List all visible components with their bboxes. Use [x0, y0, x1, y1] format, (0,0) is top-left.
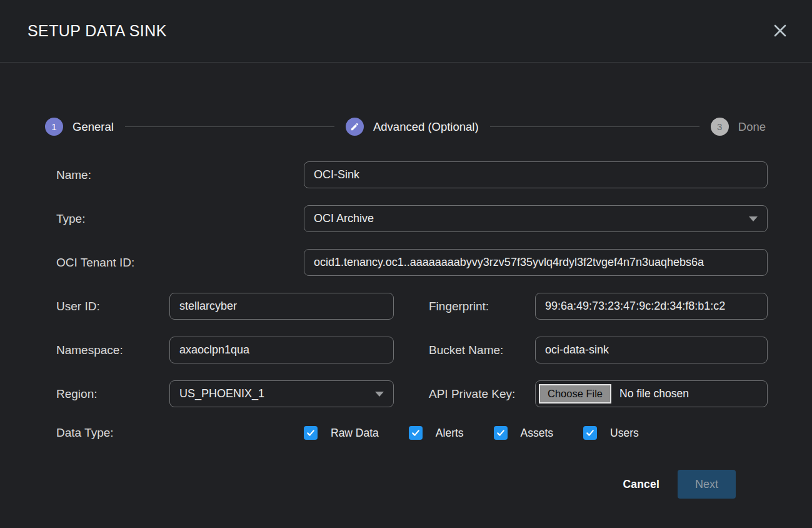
checkbox-checked-icon [583, 426, 597, 440]
checkbox-label: Alerts [436, 427, 464, 440]
namespace-bucket-row: Namespace: Bucket Name: [56, 337, 768, 363]
name-row: Name: [56, 161, 768, 188]
step-general[interactable]: 1 General [45, 118, 114, 136]
stepper-connector [490, 126, 699, 127]
bucket-name-input[interactable] [535, 337, 768, 363]
type-select-value: OCI Archive [314, 212, 374, 225]
step-3-indicator: 3 [711, 118, 729, 136]
type-row: Type: OCI Archive [56, 205, 768, 232]
type-label: Type: [56, 212, 304, 226]
namespace-label: Namespace: [56, 343, 169, 357]
checkbox-label: Raw Data [331, 427, 379, 440]
namespace-input[interactable] [169, 337, 394, 363]
fingerprint-input[interactable] [535, 293, 768, 320]
tenant-id-label: OCI Tenant ID: [56, 256, 304, 270]
pencil-icon [350, 122, 359, 131]
api-private-key-file-input[interactable]: Choose File No file chosen [535, 380, 768, 407]
checkbox-assets[interactable]: Assets [494, 426, 554, 440]
user-id-label: User ID: [56, 300, 169, 313]
step-done[interactable]: 3 Done [711, 118, 766, 136]
api-private-key-label: API Private Key: [429, 387, 535, 401]
data-type-row: Data Type: Raw Data Alerts Assets [56, 424, 768, 442]
user-id-input[interactable] [169, 293, 394, 320]
choose-file-button[interactable]: Choose File [539, 384, 611, 404]
step-1-label: General [73, 120, 114, 134]
region-apikey-row: Region: US_PHOENIX_1 API Private Key: Ch… [56, 380, 768, 407]
region-select-value: US_PHOENIX_1 [179, 387, 264, 400]
fingerprint-label: Fingerprint: [429, 300, 535, 313]
checkbox-alerts[interactable]: Alerts [409, 426, 464, 440]
checkbox-checked-icon [409, 426, 423, 440]
checkbox-checked-icon [304, 426, 318, 440]
checkbox-users[interactable]: Users [583, 426, 639, 440]
file-chosen-status: No file chosen [619, 387, 689, 400]
step-2-label: Advanced (Optional) [373, 120, 479, 134]
data-type-label: Data Type: [56, 426, 304, 440]
name-label: Name: [56, 168, 304, 182]
dialog-title: SETUP DATA SINK [28, 22, 167, 40]
tenant-id-input[interactable] [304, 249, 768, 276]
step-advanced[interactable]: Advanced (Optional) [346, 118, 479, 136]
name-input[interactable] [304, 161, 768, 188]
region-select[interactable]: US_PHOENIX_1 [169, 380, 394, 407]
next-button[interactable]: Next [678, 470, 736, 499]
checkbox-label: Assets [521, 427, 554, 440]
dialog-header: SETUP DATA SINK [0, 0, 812, 63]
region-label: Region: [56, 387, 169, 401]
setup-form: Name: Type: OCI Archive OCI Tenant ID: U… [56, 161, 768, 499]
bucket-name-label: Bucket Name: [429, 343, 535, 357]
data-type-options: Raw Data Alerts Assets Users [304, 426, 768, 440]
chevron-down-icon [749, 216, 758, 221]
type-select[interactable]: OCI Archive [304, 205, 768, 232]
checkbox-label: Users [610, 427, 639, 440]
userid-fingerprint-row: User ID: Fingerprint: [56, 293, 768, 320]
tenant-id-row: OCI Tenant ID: [56, 249, 768, 276]
close-button[interactable] [771, 21, 789, 40]
wizard-stepper: 1 General Advanced (Optional) 3 Done [45, 118, 766, 136]
stepper-connector [125, 126, 334, 127]
step-2-indicator [346, 118, 364, 136]
step-1-indicator: 1 [45, 118, 63, 136]
step-3-label: Done [738, 120, 766, 134]
cancel-button[interactable]: Cancel [623, 478, 659, 491]
chevron-down-icon [375, 392, 384, 397]
dialog-footer: Cancel Next [56, 470, 736, 499]
checkbox-checked-icon [494, 426, 508, 440]
checkbox-raw-data[interactable]: Raw Data [304, 426, 379, 440]
close-icon [772, 23, 788, 39]
